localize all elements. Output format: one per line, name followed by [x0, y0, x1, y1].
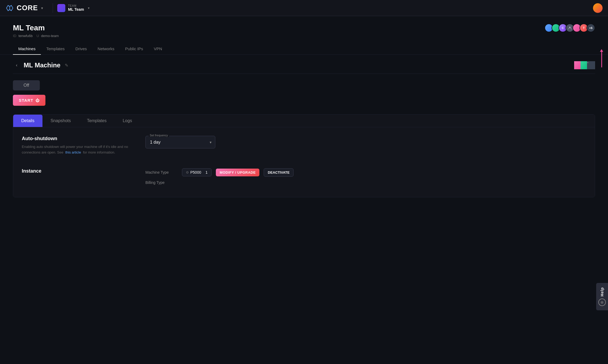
machine-content: ‹ ML Machine ✎ + Off START ⏻ Deta — [0, 55, 608, 212]
deactivate-button[interactable]: DEACTIVATE — [264, 168, 294, 177]
machine-type-count: 1 — [205, 170, 208, 174]
badge-icon: ⊙ — [186, 170, 189, 174]
avatar-more: +6 — [586, 24, 595, 32]
id-label: ID — [13, 34, 16, 38]
machine-divider — [13, 74, 595, 74]
pink-arrow-line — [601, 51, 602, 67]
workspace-title: ML Team — [13, 24, 59, 32]
edit-icon[interactable]: ✎ — [65, 63, 68, 68]
nav-divider — [53, 3, 53, 13]
auto-shutdown-title: Auto-shutdown — [22, 136, 129, 141]
detail-content: Auto-shutdown Enabling auto shutdown wil… — [13, 127, 595, 197]
tab-machines[interactable]: Machines — [13, 43, 41, 55]
instance-title: Instance — [22, 168, 129, 174]
frequency-label: Set frequency — [149, 134, 169, 137]
team-info: TEAM ML Team — [68, 4, 84, 12]
detail-tab-snapshots[interactable]: Snapshots — [42, 115, 79, 127]
tab-vpn[interactable]: VPN — [148, 43, 167, 55]
team-selector[interactable]: TEAM ML Team ▾ — [57, 4, 89, 12]
tab-networks[interactable]: Networks — [92, 43, 120, 55]
auto-shutdown-desc-end: for more information. — [83, 150, 115, 154]
team-chevron-icon: ▾ — [88, 6, 90, 10]
detail-tabs: Details Snapshots Templates Logs — [13, 115, 595, 127]
machine-type-label: Machine Type — [145, 170, 178, 174]
tab-public-ips[interactable]: Public IPs — [120, 43, 149, 55]
machine-type-value: P5000 — [190, 170, 201, 174]
tab-templates[interactable]: Templates — [41, 43, 70, 55]
machine-avatar-more: + — [587, 61, 595, 69]
main-tabs: Machines Templates Drives Networks Publi… — [0, 43, 608, 55]
id-value: tenwfu6b — [19, 34, 33, 38]
detail-tab-templates[interactable]: Templates — [79, 115, 115, 127]
machine-header: ‹ ML Machine ✎ + — [13, 61, 595, 69]
team-avatar — [57, 4, 65, 12]
machine-header-avatars: + — [574, 61, 595, 69]
pink-arrow — [600, 49, 603, 67]
machine-type-badge: ⊙ P5000 1 — [182, 168, 212, 176]
logo-area[interactable]: CORE ▾ — [5, 4, 43, 12]
user-avatar[interactable] — [593, 3, 603, 13]
logo-text: CORE — [17, 4, 38, 12]
status-badge: Off — [13, 80, 40, 90]
detail-tab-logs[interactable]: Logs — [115, 115, 140, 127]
logo-icon — [5, 4, 14, 12]
team-name: ML Team — [68, 7, 84, 12]
billing-type-row: Billing Type — [145, 180, 586, 185]
start-button[interactable]: START ⏻ — [13, 95, 45, 106]
machine-header-left: ‹ ML Machine ✎ — [13, 61, 68, 69]
auto-shutdown-section: Auto-shutdown Enabling auto shutdown wil… — [22, 136, 586, 155]
workspace-meta: ID tenwfu6b U demo-team — [13, 34, 59, 38]
help-label: Help — [600, 287, 604, 296]
start-icon: ⏻ — [35, 98, 40, 103]
start-label: START — [19, 98, 33, 103]
back-button[interactable]: ‹ — [13, 61, 20, 69]
modify-upgrade-button[interactable]: MODIFY / UPGRADE — [216, 169, 259, 176]
machine-type-row: Machine Type ⊙ P5000 1 MODIFY / UPGRADE … — [145, 168, 586, 177]
billing-type-label: Billing Type — [145, 180, 178, 185]
u-value: demo-team — [41, 34, 59, 38]
u-label: U — [37, 34, 39, 38]
tab-drives[interactable]: Drives — [70, 43, 92, 55]
detail-tabs-container: Details Snapshots Templates Logs Auto-sh… — [13, 114, 595, 197]
auto-shutdown-desc: Enabling auto shutdown will power your m… — [22, 144, 129, 155]
auto-shutdown-link[interactable]: this article — [65, 150, 81, 154]
instance-section: Instance Machine Type ⊙ P5000 1 MODIFY /… — [22, 168, 586, 188]
workspace-header: ML Team ID tenwfu6b U demo-team C T +6 — [0, 16, 608, 38]
team-label: TEAM — [68, 4, 84, 7]
help-icon: ⊕ — [598, 299, 606, 306]
instance-label-block: Instance — [22, 168, 129, 177]
frequency-select[interactable]: Never 1 hour 4 hours 8 hours 1 day 3 day… — [145, 136, 215, 148]
workspace-avatar-stack: C T +6 — [545, 24, 595, 32]
frequency-dropdown: Set frequency Never 1 hour 4 hours 8 hou… — [145, 136, 215, 148]
machine-name: ML Machine — [24, 61, 60, 69]
logo-chevron-icon: ▾ — [41, 6, 43, 10]
auto-shutdown-label-block: Auto-shutdown Enabling auto shutdown wil… — [22, 136, 129, 155]
detail-tab-details[interactable]: Details — [13, 115, 42, 127]
workspace-info: ML Team ID tenwfu6b U demo-team — [13, 24, 59, 38]
instance-details: Machine Type ⊙ P5000 1 MODIFY / UPGRADE … — [145, 168, 586, 188]
user-avatar-img — [593, 3, 603, 13]
top-nav: CORE ▾ TEAM ML Team ▾ — [0, 0, 608, 16]
help-button[interactable]: Help ⊕ — [596, 283, 608, 310]
machine-controls: Off START ⏻ — [13, 80, 595, 114]
